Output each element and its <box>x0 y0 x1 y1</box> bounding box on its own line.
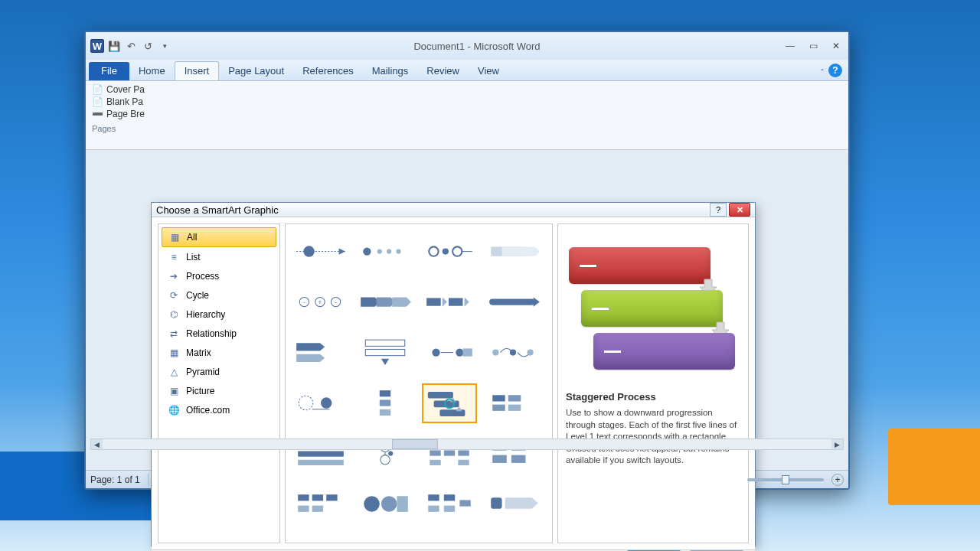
close-button[interactable]: ✕ <box>828 40 844 52</box>
ribbon-collapse-icon[interactable]: ˆ <box>821 68 824 77</box>
scroll-left-icon[interactable]: ◀ <box>91 439 103 449</box>
svg-rect-63 <box>430 451 440 456</box>
svg-marker-86 <box>505 498 538 509</box>
layout-thumb[interactable] <box>358 484 413 524</box>
dialog-help-button[interactable]: ? <box>710 203 727 217</box>
svg-point-35 <box>456 349 463 357</box>
svg-text:+: + <box>318 299 322 306</box>
layout-thumb[interactable] <box>358 383 413 423</box>
svg-rect-58 <box>298 460 344 465</box>
svg-rect-54 <box>492 405 505 411</box>
svg-point-8 <box>443 249 449 255</box>
layout-thumb[interactable] <box>422 333 477 373</box>
layout-thumb[interactable] <box>486 484 541 524</box>
svg-rect-36 <box>462 349 472 357</box>
svg-marker-12 <box>502 247 540 256</box>
picture-icon: ▣ <box>168 386 180 396</box>
dialog-title: Choose a SmartArt Graphic <box>156 204 707 216</box>
category-process[interactable]: ➔Process <box>162 267 276 285</box>
svg-point-41 <box>321 398 332 409</box>
status-page[interactable]: Page: 1 of 1 <box>90 474 149 486</box>
svg-point-3 <box>363 248 371 256</box>
svg-point-78 <box>381 497 397 513</box>
save-icon[interactable]: 💾 <box>107 39 121 53</box>
category-matrix[interactable]: ▦Matrix <box>162 344 276 362</box>
layout-thumb[interactable] <box>486 232 541 272</box>
layout-thumb[interactable]: -+- <box>293 282 348 322</box>
preview-title: Staggered Process <box>566 391 740 403</box>
svg-point-40 <box>299 396 313 411</box>
layout-thumb[interactable] <box>293 484 348 524</box>
page-break-button[interactable]: ➖ Page Bre <box>92 109 842 119</box>
category-pyramid[interactable]: △Pyramid <box>162 363 276 381</box>
layout-thumb[interactable] <box>358 282 413 322</box>
svg-marker-29 <box>296 354 325 362</box>
dialog-close-button[interactable]: ✕ <box>729 203 750 217</box>
blank-page-button[interactable]: 📄 Blank Pa <box>92 96 842 107</box>
maximize-button[interactable]: ▭ <box>805 40 821 52</box>
svg-rect-71 <box>511 455 526 463</box>
svg-marker-32 <box>381 359 389 365</box>
category-picture[interactable]: ▣Picture <box>162 382 276 400</box>
svg-point-77 <box>364 497 380 513</box>
tab-mailings[interactable]: Mailings <box>363 62 418 80</box>
horizontal-scrollbar[interactable]: ◀ ▶ <box>90 439 844 450</box>
layout-thumb[interactable] <box>293 383 348 423</box>
svg-rect-57 <box>298 452 344 457</box>
svg-rect-75 <box>298 506 309 512</box>
category-all[interactable]: ▦All <box>162 227 276 247</box>
layout-gallery[interactable]: -+- <box>285 223 553 543</box>
tab-file[interactable]: File <box>89 62 129 80</box>
svg-rect-24 <box>449 298 463 306</box>
category-list[interactable]: ≡List <box>162 248 276 266</box>
zoom-in-button[interactable]: + <box>831 474 844 486</box>
tab-insert[interactable]: Insert <box>175 61 220 80</box>
category-hierarchy[interactable]: ⌬Hierarchy <box>162 305 276 324</box>
layout-thumb[interactable] <box>293 232 348 272</box>
category-cycle[interactable]: ⟳Cycle <box>162 286 276 305</box>
redo-icon[interactable]: ↺ <box>141 39 155 53</box>
scroll-right-icon[interactable]: ▶ <box>831 439 843 449</box>
qat-dropdown-icon[interactable]: ▾ <box>158 39 172 53</box>
svg-marker-2 <box>339 249 345 255</box>
layout-thumb[interactable] <box>486 282 541 322</box>
svg-rect-65 <box>458 451 469 456</box>
tab-view[interactable]: View <box>469 62 508 80</box>
svg-point-1 <box>303 246 314 257</box>
svg-rect-64 <box>444 451 455 456</box>
category-relationship[interactable]: ⇄Relationship <box>162 324 276 343</box>
layout-thumb[interactable] <box>486 333 541 373</box>
layout-thumb[interactable] <box>358 333 413 373</box>
word-icon: W <box>90 39 104 53</box>
svg-rect-76 <box>312 506 323 512</box>
tab-home[interactable]: Home <box>129 62 175 80</box>
category-officecom[interactable]: 🌐Office.com <box>162 401 276 419</box>
layout-thumb[interactable] <box>422 232 477 272</box>
undo-icon[interactable]: ↶ <box>124 39 138 53</box>
tab-references[interactable]: References <box>293 62 362 80</box>
layout-thumb[interactable] <box>422 484 477 524</box>
zoom-slider[interactable] <box>747 478 824 481</box>
svg-point-4 <box>377 249 382 254</box>
svg-text:-: - <box>335 299 337 306</box>
category-list: ▦All ≡List ➔Process ⟳Cycle ⌬Hierarchy ⇄R… <box>158 223 280 543</box>
svg-rect-46 <box>428 391 453 398</box>
svg-rect-80 <box>428 495 439 501</box>
preview-image <box>566 232 740 385</box>
scroll-thumb[interactable] <box>392 439 438 449</box>
tab-page-layout[interactable]: Page Layout <box>219 62 293 80</box>
layout-thumb[interactable] <box>293 333 348 373</box>
tab-review[interactable]: Review <box>417 62 469 80</box>
cover-page-button[interactable]: 📄 Cover Pa <box>92 84 842 95</box>
layout-thumb[interactable] <box>358 232 413 272</box>
minimize-button[interactable]: — <box>782 40 798 52</box>
svg-rect-52 <box>492 396 505 402</box>
layout-thumb[interactable] <box>422 282 477 322</box>
list-icon: ≡ <box>168 252 180 262</box>
svg-rect-67 <box>458 460 469 465</box>
layout-thumb-selected[interactable] <box>422 383 477 423</box>
layout-thumb[interactable] <box>486 383 541 423</box>
svg-rect-85 <box>491 498 501 509</box>
help-icon[interactable]: ? <box>828 64 842 77</box>
group-label-pages: Pages <box>92 124 153 133</box>
